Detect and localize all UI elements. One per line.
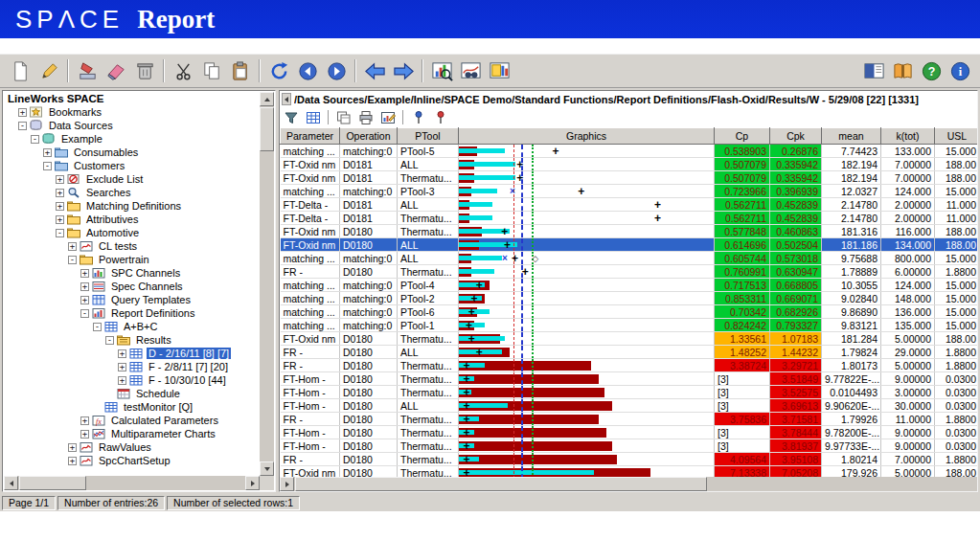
tree-item[interactable]: +Bookmarks: [6, 105, 259, 119]
eraser-button[interactable]: [102, 57, 130, 84]
expand-toggle[interactable]: +: [56, 202, 64, 211]
tree-item[interactable]: -Example: [6, 132, 259, 146]
copy-button[interactable]: [197, 57, 226, 84]
column-header-graphics[interactable]: Graphics: [459, 128, 715, 145]
column-header-mean[interactable]: mean: [822, 128, 881, 145]
table-row[interactable]: FT-Oxid nmD0180Thermatu...+0.5778480.460…: [281, 225, 978, 238]
tree-item[interactable]: +Multiparameter Charts: [6, 427, 259, 440]
tree-item[interactable]: -Powertrain: [6, 253, 259, 266]
nav-back-button[interactable]: [293, 57, 322, 84]
paste-button[interactable]: [226, 57, 255, 84]
tree-item[interactable]: -Results: [6, 333, 259, 347]
table-row[interactable]: matching ...matching:0PTool-2+0.8533110.…: [281, 292, 978, 305]
new-document-button[interactable]: [6, 57, 34, 84]
data-grid-button[interactable]: [304, 109, 323, 126]
expand-toggle[interactable]: +: [118, 363, 126, 371]
copy-table-button[interactable]: [334, 109, 353, 126]
column-header-cpk[interactable]: Cpk: [770, 128, 822, 145]
tree-item[interactable]: -Customers: [6, 159, 259, 172]
modify-tool-button[interactable]: [73, 57, 102, 84]
column-header-cp[interactable]: Cp: [715, 128, 770, 145]
table-row[interactable]: FT-Hom -D0180Thermatu...+[3]3.784449.782…: [281, 426, 978, 439]
expand-toggle[interactable]: +: [56, 189, 64, 197]
table-row[interactable]: FT-Oxid nmD0180Thermatu...+7.133387.0520…: [281, 466, 978, 478]
filter-funnel-button[interactable]: [282, 109, 301, 126]
collapse-toggle[interactable]: -: [18, 122, 27, 130]
expand-toggle[interactable]: +: [80, 296, 89, 304]
collapse-toggle[interactable]: -: [80, 309, 89, 318]
table-row[interactable]: FR -D0180Thermatu...+3.758363.715811.799…: [281, 413, 978, 426]
collapse-toggle[interactable]: -: [56, 229, 64, 237]
tree-item[interactable]: +Exclude List: [6, 172, 259, 186]
expand-toggle[interactable]: +: [68, 242, 77, 251]
column-header-operation[interactable]: Operation: [340, 128, 398, 145]
table-row[interactable]: matching ...matching:0PTool-3×+0.7239660…: [281, 185, 978, 198]
view-switch-button[interactable]: [859, 57, 888, 84]
help-button[interactable]: ?: [917, 57, 946, 84]
tree-item[interactable]: +F - 2/8/11 [7] [20]: [6, 360, 259, 373]
chart-zoom-button[interactable]: [427, 57, 456, 84]
tree-item[interactable]: +Consumables: [6, 146, 259, 159]
table-row[interactable]: FT-Delta -D0181Thermatu...+0.5627110.452…: [281, 212, 978, 225]
table-row[interactable]: FR -D0180Thermatu...+4.095643.951081.802…: [281, 453, 978, 466]
table-row[interactable]: FT-Oxid nmD0180Thermatu...+1.335611.0718…: [281, 332, 978, 346]
tree-item[interactable]: +Spec Channels: [6, 280, 259, 293]
arrow-left-button[interactable]: [360, 57, 389, 84]
collapse-toggle[interactable]: -: [31, 135, 39, 144]
table-row[interactable]: matching ...matching:0PTool-6+0.703420.6…: [281, 305, 978, 319]
print-button[interactable]: [356, 109, 376, 126]
tree-item[interactable]: Schedule: [6, 387, 259, 400]
table-row[interactable]: matching ...matching:0PTool-1+0.8242420.…: [281, 319, 978, 332]
pin-blue-button[interactable]: [409, 109, 428, 126]
tree-item[interactable]: +Searches: [6, 186, 259, 199]
collapse-toggle[interactable]: -: [105, 336, 114, 345]
table-hscroll-thumb[interactable]: [295, 477, 707, 491]
book-button[interactable]: [888, 57, 917, 84]
info-button[interactable]: i: [946, 57, 974, 84]
expand-toggle[interactable]: +: [68, 457, 77, 465]
tree-item[interactable]: +Matching Definitions: [6, 199, 259, 213]
tree-vscroll-thumb[interactable]: [260, 107, 274, 151]
column-header-usl[interactable]: USL: [935, 128, 978, 145]
column-header-k-tot[interactable]: k(tot): [881, 128, 935, 145]
tree-item[interactable]: -Automotive: [6, 226, 259, 239]
chart-edit-button[interactable]: [378, 109, 398, 126]
tree-horizontal-scrollbar[interactable]: [4, 476, 260, 490]
pin-red-button[interactable]: [431, 109, 450, 126]
table-scroll-right-button[interactable]: [280, 477, 294, 491]
cut-scissors-button[interactable]: [169, 57, 197, 84]
scroll-left-button[interactable]: [4, 476, 18, 490]
collapse-panel-button[interactable]: [282, 93, 291, 105]
table-row[interactable]: matching ...matching:0ALL×◇+0.6057440.57…: [281, 252, 978, 265]
scroll-up-button[interactable]: [260, 92, 274, 106]
table-horizontal-scrollbar[interactable]: [280, 477, 977, 491]
arrow-right-button[interactable]: [389, 57, 418, 84]
collapse-toggle[interactable]: -: [93, 323, 102, 331]
table-row[interactable]: FT-Oxid nmD0181ALL+0.5070790.335942182.1…: [281, 158, 978, 171]
table-row[interactable]: matching ...matching:0PTool-5+0.5389030.…: [281, 145, 978, 158]
tree-item[interactable]: +Query Templates: [6, 293, 259, 306]
refresh-button[interactable]: [264, 57, 293, 84]
tree-item[interactable]: +Attributives: [6, 213, 259, 226]
expand-toggle[interactable]: +: [56, 175, 64, 184]
tree-root[interactable]: LineWorks SPACE: [6, 92, 259, 105]
tree-item[interactable]: testMonitor [Q]: [6, 400, 259, 414]
trash-button[interactable]: [130, 57, 159, 84]
column-header-ptool[interactable]: PTool: [398, 128, 459, 145]
scroll-right-button[interactable]: [245, 476, 260, 490]
tree-item[interactable]: -Report Definitions: [6, 306, 259, 320]
expand-toggle[interactable]: +: [118, 376, 126, 385]
expand-toggle[interactable]: +: [80, 416, 89, 425]
table-row-selected[interactable]: FT-Oxid nmD0180ALL+0.6146960.502504181.1…: [281, 238, 978, 252]
table-row[interactable]: FT-Hom -D0180Thermatu...+[3]3.518499.778…: [281, 372, 978, 386]
table-row[interactable]: FR -D0180ALL+1.482521.442321.7982429.000…: [281, 346, 978, 359]
table-row[interactable]: FT-Hom -D0180Thermatu...+[3]3.819379.977…: [281, 439, 978, 453]
expand-toggle[interactable]: +: [18, 108, 27, 117]
table-row[interactable]: FR -D0180Thermatu...+3.387243.297211.801…: [281, 359, 978, 372]
expand-toggle[interactable]: +: [80, 282, 89, 291]
table-row[interactable]: matching ...matching:0PTool-4+0.7175130.…: [281, 279, 978, 292]
expand-toggle[interactable]: +: [43, 148, 52, 157]
tree-item[interactable]: +F - 10/30/10 [44]: [6, 373, 259, 387]
expand-toggle[interactable]: +: [118, 349, 126, 358]
chart-find-button[interactable]: [456, 57, 485, 84]
